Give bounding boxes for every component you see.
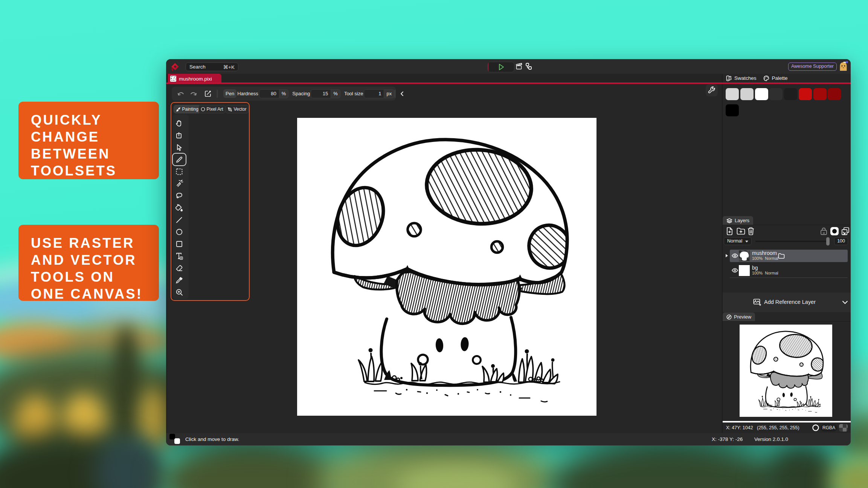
svg-text:α: α: [823, 231, 825, 235]
